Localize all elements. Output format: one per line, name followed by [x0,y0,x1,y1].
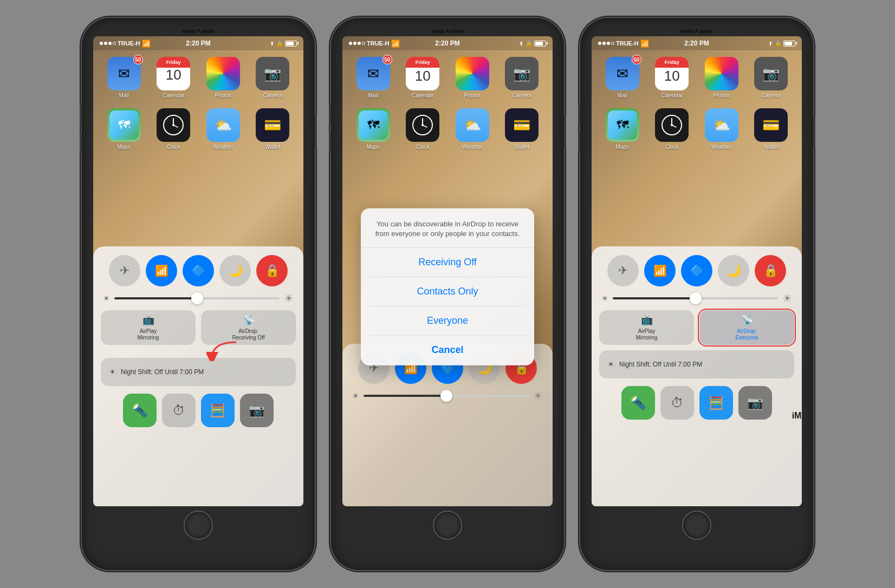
airdrop-cancel-button[interactable]: Cancel [369,336,526,365]
app-calendar-2[interactable]: Friday 10 Calendar [403,57,443,99]
brightness-track-3[interactable] [613,297,778,299]
app-weather-3[interactable]: ⛅ Weather [702,108,742,150]
battery-fill-2 [535,42,543,45]
ctrl-btn-row-1: 📺 AirPlayMirroring 📡 AirDrop:Receiving O… [101,310,296,345]
night-shift-icon-1: ☀ [109,368,115,376]
dot2-3 [602,42,606,45]
flashlight-button-1[interactable]: 🔦 [123,394,157,427]
app-photos-2[interactable]: Photos [452,57,492,99]
dnd-toggle-3[interactable]: 🌙 [718,255,749,286]
wifi-icon: 📶 [142,40,151,48]
weather-app-icon-3: ⛅ [705,108,738,142]
power-button-3[interactable] [813,115,815,148]
airdrop-option-receiving-off[interactable]: Receiving Off [369,248,526,277]
do-not-disturb-toggle[interactable]: 🌙 [219,255,251,286]
photos-label-2: Photos [464,93,481,99]
bluetooth-toggle[interactable]: 🔷 [183,255,214,286]
night-shift-bar-3[interactable]: ☀ Night Shift: Off Until 7:00 PM [599,350,794,378]
phone-screen-3: TRUE-H 📶 2:20 PM ⬆ 🔒 50 ✉ [592,36,802,506]
rotation-lock-3[interactable]: 🔒 [755,255,786,286]
signal-dots [100,42,116,45]
mail-badge: 50 [133,55,143,64]
airplane-toggle[interactable]: ✈ [109,255,140,286]
airplay-button-1[interactable]: 📺 AirPlayMirroring [101,310,196,345]
weather-label-3: Weather [711,144,732,150]
home-button-2[interactable] [433,511,462,540]
timer-button-1[interactable]: ⏱ [162,394,196,427]
dot1-3 [598,42,601,45]
airdrop-option-contacts-only[interactable]: Contacts Only [369,277,526,306]
app-clock-2[interactable]: Clock [403,108,443,150]
flashlight-button-3[interactable]: 🔦 [621,386,655,420]
app-clock-3[interactable]: Clock [652,108,692,150]
app-photos-3[interactable]: Photos [702,57,742,99]
app-weather-2[interactable]: ⛅ Weather [452,108,492,150]
app-maps[interactable]: 🗺 Maps [104,108,144,150]
status-time-1: 2:20 PM [186,40,210,47]
brightness-max-3: ☀ [782,292,792,305]
maps-label-2: Maps [367,144,380,150]
wifi-toggle[interactable]: 📶 [146,255,177,286]
app-mail[interactable]: 50 ✉ Mail [104,57,144,99]
home-button-1[interactable] [184,511,213,540]
front-camera-2 [445,28,450,33]
dot2 [104,42,107,45]
dot3-3 [607,42,610,45]
power-button-2[interactable] [564,115,566,148]
status-bar-1: TRUE-H 📶 2:20 PM ⬆ 🔒 [93,36,303,50]
dot1 [100,42,103,45]
app-mail-2[interactable]: 50 ✉ Mail [353,57,393,99]
volume-down-button-3[interactable] [578,132,580,153]
app-weather[interactable]: ⛅ Weather [203,108,243,150]
app-maps-2[interactable]: 🗺 Maps [353,108,393,150]
camera-label-3: Camera [761,93,781,99]
airdrop-button-1[interactable]: 📡 AirDrop:Receiving Off [201,310,296,345]
status-bar-2: TRUE-H 📶 2:20 PM ⬆ 🔒 [342,36,553,50]
rotation-lock-toggle[interactable]: 🔒 [256,255,288,286]
camera-btn-1[interactable]: 📷 [240,394,274,427]
app-wallet[interactable]: 💳 Wallet [253,108,293,150]
night-shift-label-1: Night Shift: Off Until 7:00 PM [121,368,204,376]
phone-top-3 [580,18,813,33]
brightness-track-1[interactable] [114,297,280,299]
app-wallet-3[interactable]: 💳 Wallet [751,108,792,150]
app-wallet-2[interactable]: 💳 Wallet [502,108,542,150]
bluetooth-toggle-3[interactable]: 🔷 [681,255,712,286]
home-button-3[interactable] [682,511,711,540]
app-photos[interactable]: Photos [203,57,243,99]
phone-screen-2: TRUE-H 📶 2:20 PM ⬆ 🔒 50 ✉ [342,36,553,506]
wifi-toggle-3[interactable]: 📶 [644,255,676,286]
app-calendar-3[interactable]: Friday 10 Calendar [652,57,692,99]
app-camera-2[interactable]: 📷 Camera [502,57,542,99]
app-calendar[interactable]: Friday 10 Calendar [154,57,194,99]
volume-down-button-2[interactable] [329,132,331,153]
battery-icon-2 [534,41,546,47]
dot4-2 [362,42,365,45]
brightness-track-2[interactable] [364,395,529,397]
airplane-toggle-3[interactable]: ✈ [607,255,639,286]
night-shift-bar-1[interactable]: ☀ Night Shift: Off Until 7:00 PM [101,358,296,386]
airdrop-option-everyone[interactable]: Everyone [369,306,526,336]
airplay-button-3[interactable]: 📺 AirPlayMirroring [599,310,694,345]
airdrop-button-3[interactable]: 📡 AirDrop:Everyone [699,310,794,345]
photos-label: Photos [215,93,231,99]
volume-down-button[interactable] [80,132,82,153]
airdrop-modal: You can be discoverable in AirDrop to re… [361,208,534,365]
timer-button-3[interactable]: ⏱ [660,386,694,420]
status-time-3: 2:20 PM [684,40,709,47]
app-mail-3[interactable]: 50 ✉ Mail [602,57,643,99]
volume-up-button[interactable] [80,104,82,126]
app-clock[interactable]: Clock [154,108,194,150]
calculator-button-3[interactable]: 🧮 [699,386,733,420]
imod-m: M [794,411,801,421]
app-camera[interactable]: 📷 Camera [253,57,293,99]
calculator-button-1[interactable]: 🧮 [201,394,235,427]
volume-up-button-3[interactable] [578,104,580,126]
volume-up-button-2[interactable] [329,104,331,126]
app-camera-3[interactable]: 📷 Camera [751,57,792,99]
camera-btn-3[interactable]: 📷 i M D [738,386,772,420]
mail-icon-2: 50 ✉ [356,57,390,90]
apple-icon [801,411,802,420]
app-maps-3[interactable]: 🗺 Maps [602,108,643,150]
power-button[interactable] [315,115,317,148]
